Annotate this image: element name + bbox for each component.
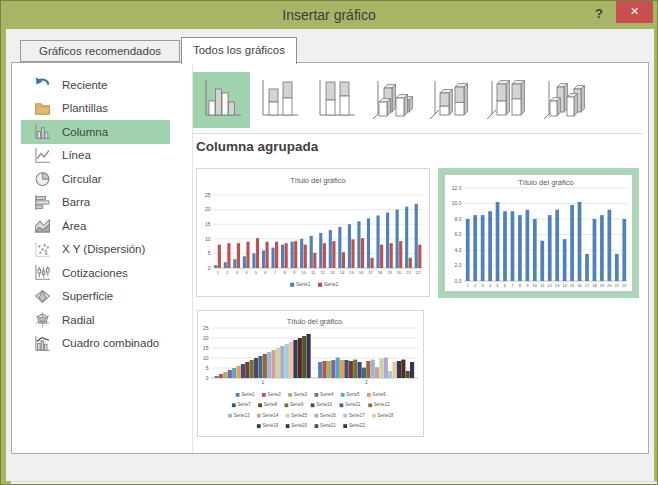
svg-text:11: 11: [311, 270, 316, 275]
close-button[interactable]: ✕: [616, 1, 653, 23]
subtype-columna-3d[interactable]: [535, 72, 592, 128]
svg-text:1: 1: [217, 270, 220, 275]
sidebar-item-cuadro-combinado[interactable]: Cuadro combinado: [21, 332, 170, 356]
chart-preview-clustered-2[interactable]: 0.02.04.06.08.010.012.012345678910111213…: [444, 174, 633, 292]
svg-text:8: 8: [519, 283, 522, 288]
tab-todos-los-graficos[interactable]: Todos los gráficos: [181, 37, 297, 64]
subtype-columna-agrupada[interactable]: [193, 72, 250, 128]
svg-text:10: 10: [205, 236, 211, 242]
svg-text:Serie5: Serie5: [346, 392, 360, 397]
chart-preview-clustered-3[interactable]: 051015202512Título del gráficoSerie1Seri…: [197, 310, 424, 437]
svg-text:4.0: 4.0: [455, 247, 462, 253]
svg-text:1: 1: [261, 379, 264, 385]
svg-text:10: 10: [532, 283, 537, 288]
svg-text:Título del gráfico: Título del gráfico: [290, 176, 345, 185]
sidebar-item-label: Plantillas: [62, 102, 108, 114]
surface-chart-icon: [33, 287, 51, 305]
svg-text:19: 19: [387, 270, 392, 275]
svg-text:16: 16: [359, 270, 364, 275]
sidebar-item-radial[interactable]: Radial: [21, 308, 170, 332]
svg-text:12.0: 12.0: [452, 185, 462, 191]
subtype-columna-100-apilada[interactable]: [307, 72, 364, 128]
svg-text:0: 0: [206, 375, 209, 381]
svg-text:Serie21: Serie21: [320, 423, 336, 428]
svg-text:Serie6: Serie6: [373, 392, 387, 397]
subtype-columna-apilada[interactable]: [250, 72, 307, 128]
line-chart-icon: [33, 146, 51, 164]
svg-text:6.0: 6.0: [455, 231, 462, 237]
insert-chart-dialog: Insertar gráfico ? ✕ Gráficos recomendad…: [0, 0, 658, 485]
sidebar-item-xy-dispersion[interactable]: X Y (Dispersión): [21, 238, 170, 262]
subtype-columna-3d-100-apilada[interactable]: [478, 72, 535, 128]
svg-text:25: 25: [205, 192, 211, 198]
sidebar-item-linea[interactable]: Línea: [21, 144, 170, 168]
svg-text:10.0: 10.0: [452, 200, 462, 206]
titlebar[interactable]: Insertar gráfico ? ✕: [1, 1, 657, 29]
sidebar-item-label: Radial: [62, 314, 95, 326]
sidebar-item-circular[interactable]: Circular: [21, 167, 170, 191]
sidebar-item-cotizaciones[interactable]: Cotizaciones: [21, 261, 170, 285]
svg-text:Título del gráfico: Título del gráfico: [518, 178, 573, 187]
svg-text:11: 11: [540, 283, 545, 288]
svg-text:Serie22: Serie22: [349, 423, 365, 428]
content-panel: RecientePlantillasColumnaLíneaCircularBa…: [11, 62, 649, 454]
svg-text:7: 7: [511, 283, 514, 288]
sidebar-item-reciente[interactable]: Reciente: [21, 73, 170, 97]
svg-text:21: 21: [406, 270, 411, 275]
svg-text:8.0: 8.0: [455, 216, 462, 222]
subtype-columna-3d-agrupada[interactable]: [364, 72, 421, 128]
radar-chart-icon: [33, 311, 51, 329]
chart-preview-clustered-1[interactable]: 0510152025123456789101112131415161718192…: [196, 168, 430, 297]
sidebar-item-superficie[interactable]: Superficie: [21, 285, 170, 309]
svg-text:Serie1: Serie1: [296, 281, 311, 287]
sidebar-item-label: Cuadro combinado: [62, 337, 159, 349]
sidebar-item-columna[interactable]: Columna: [21, 120, 170, 144]
svg-text:17: 17: [585, 283, 590, 288]
svg-text:Serie1: Serie1: [241, 392, 255, 397]
svg-text:2: 2: [226, 270, 229, 275]
svg-text:7: 7: [274, 270, 277, 275]
sidebar-item-area[interactable]: Área: [21, 214, 170, 238]
subtype-heading: Columna agrupada: [196, 139, 318, 154]
svg-text:Serie10: Serie10: [316, 402, 332, 407]
svg-text:12: 12: [547, 283, 552, 288]
svg-text:3: 3: [236, 270, 239, 275]
sidebar-item-label: X Y (Dispersión): [62, 243, 145, 255]
svg-text:0.0: 0.0: [455, 278, 462, 284]
svg-text:5: 5: [255, 270, 258, 275]
svg-text:6: 6: [264, 270, 267, 275]
svg-text:10: 10: [203, 355, 209, 361]
svg-text:Serie18: Serie18: [378, 413, 394, 418]
dialog-title: Insertar gráfico: [1, 1, 657, 29]
svg-text:15: 15: [349, 270, 354, 275]
sidebar-item-label: Área: [62, 220, 86, 232]
svg-text:Serie20: Serie20: [291, 423, 307, 428]
svg-text:Serie2: Serie2: [268, 392, 282, 397]
chart-type-sidebar: RecientePlantillasColumnaLíneaCircularBa…: [12, 63, 193, 453]
svg-text:Serie15: Serie15: [291, 413, 307, 418]
svg-text:20: 20: [205, 206, 211, 212]
svg-text:9: 9: [293, 270, 296, 275]
svg-text:Serie2: Serie2: [324, 281, 339, 287]
sidebar-item-label: Cotizaciones: [62, 267, 128, 279]
svg-text:2: 2: [474, 283, 477, 288]
tab-graficos-recomendados[interactable]: Gráficos recomendados: [20, 40, 180, 62]
chart-preview-selected-frame[interactable]: 0.02.04.06.08.010.012.012345678910111213…: [438, 168, 639, 298]
svg-text:4: 4: [245, 270, 248, 275]
help-button[interactable]: ?: [587, 1, 611, 29]
svg-text:2.0: 2.0: [455, 262, 462, 268]
sidebar-item-barra[interactable]: Barra: [21, 191, 170, 215]
sidebar-item-plantillas[interactable]: Plantillas: [21, 97, 170, 121]
svg-text:Serie14: Serie14: [263, 413, 279, 418]
recent-icon: [33, 76, 51, 94]
area-chart-icon: [33, 217, 51, 235]
sidebar-item-label: Línea: [62, 149, 91, 161]
sidebar-item-label: Barra: [62, 196, 90, 208]
svg-text:2: 2: [365, 379, 368, 385]
pie-chart-icon: [33, 170, 51, 188]
svg-text:Serie17: Serie17: [349, 413, 365, 418]
svg-text:14: 14: [562, 283, 567, 288]
svg-text:15: 15: [570, 283, 575, 288]
svg-text:20: 20: [203, 335, 209, 341]
subtype-columna-3d-apilada[interactable]: [421, 72, 478, 128]
